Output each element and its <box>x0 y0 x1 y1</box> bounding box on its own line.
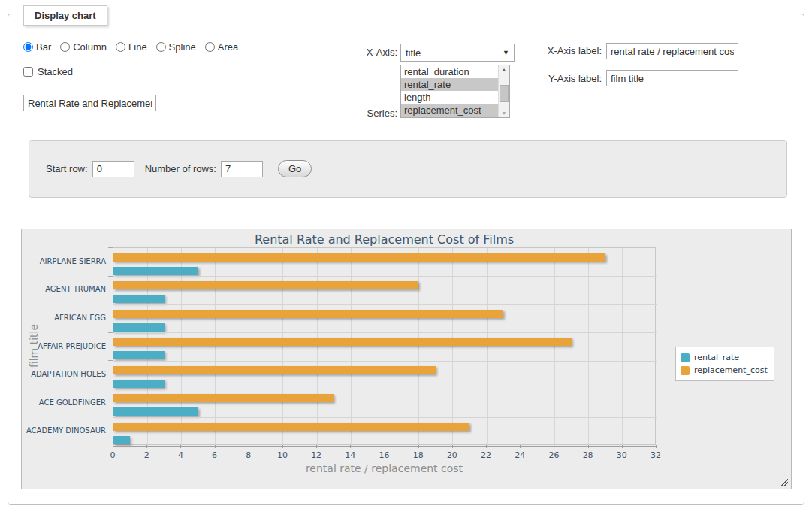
x-tick-label: 24 <box>505 450 535 460</box>
x-gridline <box>622 248 623 446</box>
chart-type-option-line: Line <box>116 41 147 53</box>
resize-handle-icon[interactable] <box>780 477 788 486</box>
chart-type-radio-column[interactable] <box>60 42 70 52</box>
x-tick-mark <box>622 445 623 448</box>
x-tick-mark <box>316 445 317 448</box>
x-tick-mark <box>554 445 554 448</box>
y-tick-mark <box>108 389 113 389</box>
x-tick-mark <box>249 445 249 448</box>
legend-label: rental_rate <box>694 353 739 362</box>
chart-type-radio-area[interactable] <box>205 42 215 52</box>
x-tick-label: 28 <box>573 450 603 460</box>
scrollbar-thumb[interactable] <box>500 85 509 102</box>
chart-type-label: Area <box>218 41 238 53</box>
x-axis-title: rental rate / replacement cost <box>113 462 656 474</box>
x-gridline <box>487 248 488 446</box>
y-tick-mark <box>108 360 113 361</box>
legend-label: replacement_cost <box>694 365 768 375</box>
fieldset-legend: Display chart <box>23 5 107 26</box>
chart-type-option-spline: Spline <box>156 41 196 53</box>
category-label: AFRICAN EGG <box>22 314 106 322</box>
category-label: AGENT TRUMAN <box>22 285 106 293</box>
chart-title-input[interactable] <box>23 95 156 111</box>
x-gridline <box>351 248 352 446</box>
x-tick-mark <box>146 445 147 448</box>
bar-rental_rate <box>113 267 198 275</box>
page: Display chart BarColumnLineSplineArea St… <box>0 0 812 512</box>
start-row-label: Start row: <box>46 163 88 174</box>
series-list-label: Series: <box>286 108 397 119</box>
legend-swatch-icon <box>681 353 690 362</box>
legend-item-replacement_cost[interactable]: replacement_cost <box>681 364 768 377</box>
bar-replacement_cost <box>113 281 418 289</box>
bar-rental_rate <box>113 380 165 388</box>
chart-type-radio-group: BarColumnLineSplineArea <box>23 41 244 53</box>
x-tick-mark <box>520 445 521 448</box>
legend-item-rental_rate[interactable]: rental_rate <box>681 351 768 364</box>
y-tick-mark <box>108 276 113 277</box>
y-gridline <box>113 361 657 362</box>
x-axis-label-caption: X-Axis label: <box>459 45 602 56</box>
scroll-up-icon[interactable]: ▲ <box>499 67 509 72</box>
bar-replacement_cost <box>113 423 469 431</box>
num-rows-input[interactable] <box>221 161 263 177</box>
series-option-replacement_cost[interactable]: replacement_cost <box>401 104 498 117</box>
x-tick-mark <box>588 445 589 448</box>
category-label: AFFAIR PREJUDICE <box>22 342 106 350</box>
x-tick-label: 0 <box>98 450 128 460</box>
chart-legend: rental_ratereplacement_cost <box>675 347 774 381</box>
y-axis-label-input[interactable] <box>606 70 738 86</box>
x-gridline <box>588 248 589 446</box>
chart-type-radio-bar[interactable] <box>23 42 33 52</box>
x-tick-label: 22 <box>471 450 501 460</box>
x-gridline <box>181 248 182 446</box>
x-tick-mark <box>350 445 351 448</box>
x-gridline <box>452 248 453 446</box>
bar-rental_rate <box>113 407 198 416</box>
x-gridline <box>249 248 249 446</box>
x-gridline <box>282 248 283 446</box>
x-axis-label-input[interactable] <box>606 43 738 59</box>
chart-type-label: Spline <box>169 41 196 53</box>
bar-replacement_cost <box>113 366 436 374</box>
chart-type-option-column: Column <box>60 41 107 53</box>
x-gridline <box>317 248 318 446</box>
x-tick-mark <box>452 445 453 448</box>
x-tick-mark <box>282 445 283 448</box>
scroll-down-icon[interactable]: ▼ <box>499 111 509 116</box>
stacked-row: Stacked <box>23 66 73 77</box>
row-range-panel: Start row: Number of rows: Go <box>29 140 787 198</box>
chart-type-radio-spline[interactable] <box>156 42 166 52</box>
x-tick-label: 30 <box>607 450 637 460</box>
x-tick-label: 18 <box>403 450 433 460</box>
series-option-length[interactable]: length <box>401 91 498 104</box>
chart-title: Rental Rate and Replacement Cost of Film… <box>113 232 656 247</box>
x-gridline <box>554 248 555 446</box>
x-tick-label: 14 <box>335 450 365 460</box>
stacked-checkbox[interactable] <box>23 67 33 77</box>
y-gridline <box>113 332 657 333</box>
x-tick-mark <box>418 445 419 448</box>
x-tick-label: 10 <box>267 450 297 460</box>
display-chart-fieldset: Display chart BarColumnLineSplineArea St… <box>8 14 804 505</box>
start-row-input[interactable] <box>92 161 134 177</box>
x-tick-label: 6 <box>200 450 230 460</box>
x-tick-mark <box>385 445 385 448</box>
x-tick-label: 20 <box>437 450 467 460</box>
bar-replacement_cost <box>113 338 572 346</box>
bar-rental_rate <box>113 436 130 444</box>
bar-rental_rate <box>113 295 165 303</box>
x-tick-label: 12 <box>301 450 331 460</box>
x-tick-label: 8 <box>234 450 264 460</box>
go-button[interactable]: Go <box>278 160 312 177</box>
category-label: AIRPLANE SIERRA <box>22 257 106 265</box>
chart-type-radio-line[interactable] <box>116 42 125 52</box>
plot-area <box>113 247 656 445</box>
chart-type-option-bar: Bar <box>23 41 51 53</box>
y-gridline <box>113 304 657 305</box>
x-gridline <box>521 248 521 446</box>
x-tick-label: 4 <box>165 450 195 460</box>
x-tick-mark <box>113 445 113 448</box>
bar-replacement_cost <box>113 253 605 262</box>
chart-container: Rental Rate and Replacement Cost of Film… <box>21 229 792 489</box>
